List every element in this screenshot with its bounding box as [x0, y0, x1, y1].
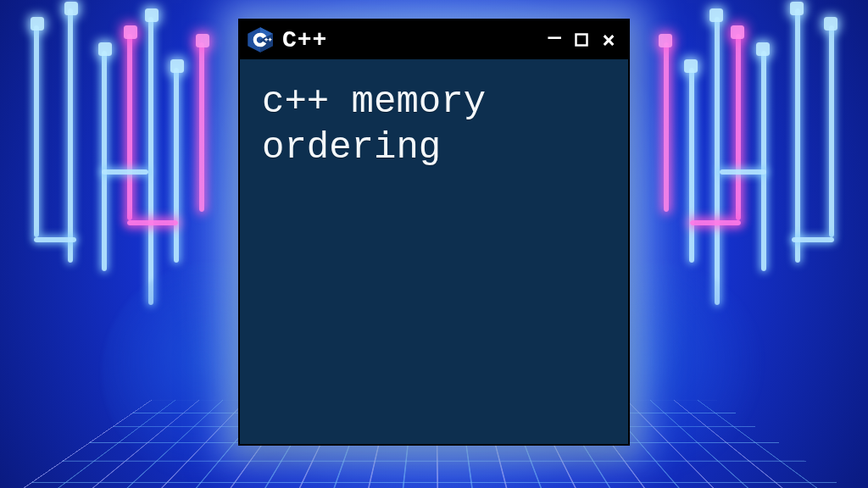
close-icon: ×: [602, 29, 615, 51]
maximize-icon: [574, 32, 589, 47]
console-client-area: c++ memory ordering: [240, 59, 628, 444]
close-button[interactable]: ×: [598, 29, 620, 51]
titlebar[interactable]: C++ − ×: [240, 20, 628, 59]
console-window: C++ − × c++ memory ordering: [238, 19, 630, 446]
svg-rect-7: [576, 35, 587, 46]
maximize-button[interactable]: [570, 29, 593, 51]
svg-rect-6: [270, 38, 270, 42]
svg-rect-4: [265, 38, 266, 42]
minimize-icon: −: [547, 25, 562, 50]
window-controls: − ×: [543, 29, 620, 51]
console-text: c++ memory ordering: [262, 80, 584, 170]
window-title: C++: [282, 27, 327, 53]
cpp-logo-icon: [247, 27, 274, 53]
minimize-button[interactable]: −: [543, 26, 565, 48]
